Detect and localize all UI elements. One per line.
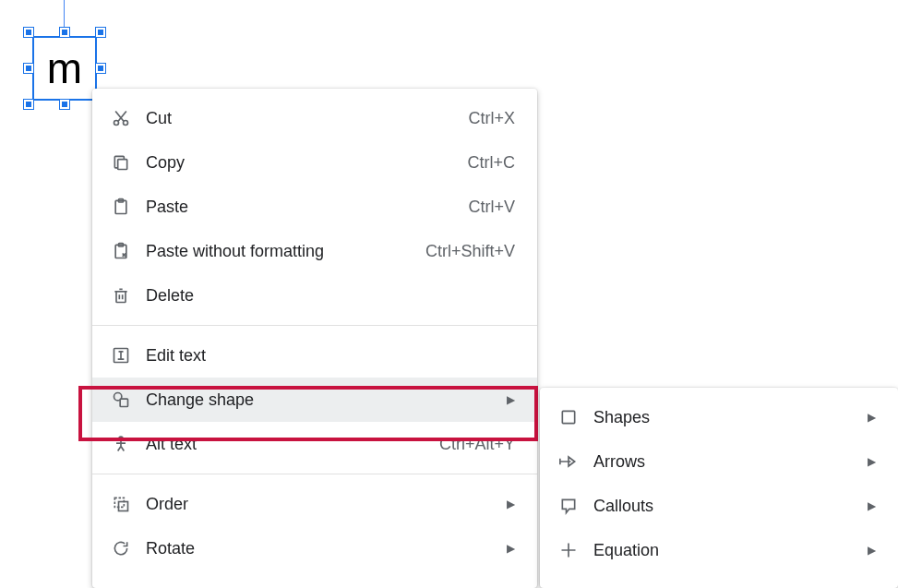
menu-label: Edit text [146, 346, 206, 366]
delete-icon [111, 285, 131, 306]
submenu-arrow-icon: ▶ [868, 544, 876, 557]
resize-handle-l[interactable] [24, 64, 33, 73]
submenu-item-shapes[interactable]: Shapes ▶ [540, 395, 898, 439]
menu-item-cut[interactable]: Cut Ctrl+X [92, 96, 537, 140]
menu-label: Shapes [593, 408, 650, 427]
menu-label: Alt text [146, 435, 197, 454]
menu-label: Paste without formatting [146, 242, 324, 261]
shape-text: m [47, 47, 82, 90]
menu-shortcut: Ctrl+C [467, 153, 515, 173]
submenu-arrow-icon: ▶ [507, 393, 515, 406]
menu-item-delete[interactable]: Delete [92, 273, 537, 318]
resize-handle-bl[interactable] [24, 100, 33, 109]
svg-point-1 [124, 121, 128, 126]
menu-label: Delete [146, 286, 194, 306]
menu-item-rotate[interactable]: Rotate ▶ [92, 526, 537, 570]
resize-handle-r[interactable] [96, 64, 105, 73]
menu-label: Cut [146, 109, 172, 128]
resize-handle-tr[interactable] [96, 28, 105, 37]
svg-rect-13 [562, 411, 574, 423]
menu-label: Paste [146, 198, 188, 217]
cut-icon [111, 108, 131, 128]
copy-icon [111, 152, 131, 173]
menu-separator [92, 474, 537, 474]
menu-item-edit-text[interactable]: Edit text [92, 333, 537, 378]
equation-icon [558, 540, 579, 560]
menu-label: Change shape [146, 390, 254, 410]
menu-separator [92, 325, 537, 326]
submenu-arrow-icon: ▶ [507, 498, 515, 510]
paste-icon [111, 197, 131, 217]
menu-shortcut: Ctrl+Shift+V [425, 242, 515, 261]
menu-label: Copy [146, 153, 185, 173]
menu-item-order[interactable]: Order ▶ [92, 482, 537, 526]
context-menu: Cut Ctrl+X Copy Ctrl+C Paste Ctrl+V [92, 89, 537, 588]
resize-handle-tl[interactable] [24, 28, 33, 37]
callouts-icon [558, 496, 579, 516]
submenu-item-arrows[interactable]: Arrows ▶ [540, 439, 898, 484]
change-shape-icon [111, 390, 131, 410]
submenu-arrow-icon: ▶ [868, 499, 876, 512]
svg-point-0 [114, 121, 119, 126]
arrows-icon [558, 451, 579, 472]
menu-label: Callouts [593, 497, 653, 516]
shapes-icon [558, 407, 579, 427]
submenu-item-equation[interactable]: Equation ▶ [540, 528, 898, 572]
submenu-item-callouts[interactable]: Callouts ▶ [540, 484, 898, 528]
menu-item-alt-text[interactable]: Alt text Ctrl+Alt+Y [92, 422, 537, 466]
menu-shortcut: Ctrl+X [468, 109, 515, 128]
menu-shortcut: Ctrl+Alt+Y [439, 435, 515, 454]
menu-item-paste[interactable]: Paste Ctrl+V [92, 185, 537, 229]
menu-item-paste-without-formatting[interactable]: Paste without formatting Ctrl+Shift+V [92, 229, 537, 273]
change-shape-submenu: Shapes ▶ Arrows ▶ Callouts ▶ Equ [540, 388, 898, 588]
rotation-guide [64, 0, 65, 28]
shape-box[interactable]: m [32, 36, 97, 101]
svg-rect-9 [120, 399, 127, 406]
order-icon [111, 494, 131, 514]
submenu-arrow-icon: ▶ [868, 455, 876, 468]
rotate-icon [111, 538, 131, 558]
edit-text-icon [111, 345, 131, 366]
menu-label: Rotate [146, 539, 195, 558]
menu-label: Arrows [593, 452, 645, 472]
svg-rect-2 [118, 160, 127, 170]
menu-item-copy[interactable]: Copy Ctrl+C [92, 140, 537, 185]
resize-handle-t[interactable] [60, 28, 69, 37]
menu-label: Equation [593, 541, 659, 560]
menu-label: Order [146, 495, 188, 514]
menu-shortcut: Ctrl+V [468, 198, 515, 217]
submenu-arrow-icon: ▶ [507, 542, 515, 555]
menu-item-change-shape[interactable]: Change shape ▶ [92, 378, 537, 422]
resize-handle-b[interactable] [60, 100, 69, 109]
alt-text-icon [111, 434, 131, 454]
paste-plain-icon [111, 241, 131, 261]
svg-point-10 [119, 437, 123, 440]
submenu-arrow-icon: ▶ [868, 411, 876, 424]
